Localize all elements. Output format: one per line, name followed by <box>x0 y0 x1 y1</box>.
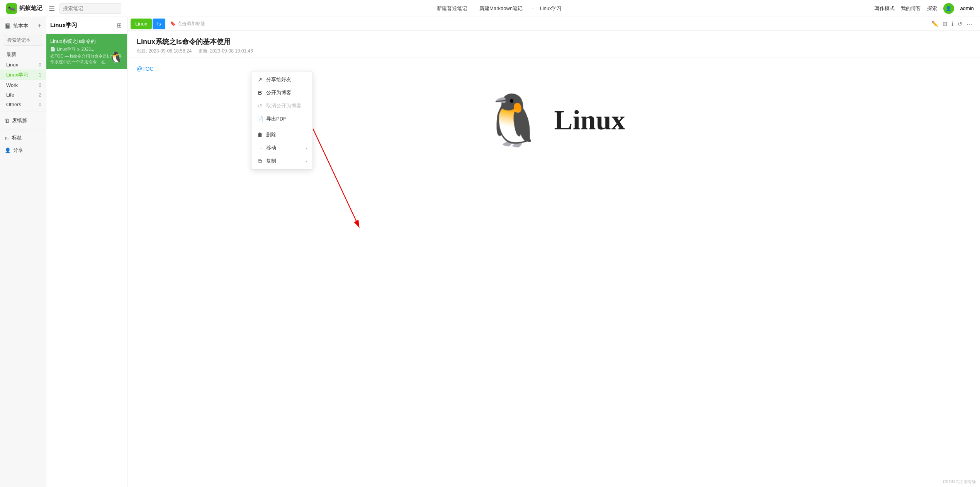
note-card-linux-icon: 🐧 <box>109 51 123 65</box>
note-content-header: Linux系统之ls命令的基本使用 创建: 2023-09-08 18:58:2… <box>127 31 980 58</box>
note-card-0[interactable]: Linux系统之ls命令的 📄 Linux学习 ⊙ 2023... @TOC —… <box>46 34 127 69</box>
context-menu-publish[interactable]: B 公开为博客 <box>251 86 313 99</box>
context-menu-publish-label: 公开为博客 <box>266 89 291 96</box>
sidebar-search-bar <box>0 32 46 49</box>
move-icon: → <box>257 145 263 151</box>
sidebar-item-linux[interactable]: Linux 0 <box>0 60 46 70</box>
created-label: 创建: 2023-09-08 18:58:24 <box>137 48 192 54</box>
context-menu-export-pdf[interactable]: 📄 导出PDF <box>251 112 313 126</box>
undo-icon-btn[interactable]: ↺ <box>958 20 963 27</box>
sidebar-item-linux-learning-count: 1 <box>39 72 41 78</box>
logo-icon: 🐜 <box>6 3 17 14</box>
topbar-divider: - <box>532 5 533 11</box>
columns-icon-btn[interactable]: ⊞ <box>943 20 948 27</box>
sidebar-item-others[interactable]: Others 0 <box>0 100 46 109</box>
move-arrow-icon: › <box>306 145 307 151</box>
tabs-bar: Linux ls 🔖 点击添加标签 ✏️ ⊞ ℹ ↺ ⋯ <box>127 17 980 31</box>
sidebar-item-work-count: 0 <box>39 83 41 88</box>
context-menu-unpublish-label: 取消公开为博客 <box>266 102 301 109</box>
topbar-right: 写作模式 我的博客 探索 👤 admin <box>875 3 974 14</box>
toc-link[interactable]: @TOC <box>137 66 154 72</box>
context-menu-delete[interactable]: 🗑 删除 <box>251 128 313 141</box>
tags-label: 标签 <box>12 134 22 141</box>
sidebar-search-input[interactable] <box>4 35 42 46</box>
sidebar-item-tags[interactable]: 🏷 标签 <box>0 132 46 144</box>
notebook-section-label: 笔本本 <box>13 22 28 29</box>
sidebar-item-share[interactable]: 👤 分享 <box>0 144 46 156</box>
updated-label: 更新: 2023-09-08 19:01:46 <box>198 48 253 54</box>
topbar: 🐜 蚂蚁笔记 ☰ 新建普通笔记 新建Markdown笔记 - Linux学习 写… <box>0 0 980 17</box>
context-menu-share[interactable]: ↗ 分享给好友 <box>251 73 313 86</box>
menu-icon[interactable]: ☰ <box>49 4 55 13</box>
tab-ls-label: ls <box>157 21 161 27</box>
context-menu: ↗ 分享给好友 B 公开为博客 ↺ 取消公开为博客 📄 导出PDF 🗑 删除 <box>251 71 313 170</box>
note-list-grid-btn[interactable]: ⊞ <box>115 21 123 30</box>
linux-big-text: Linux <box>554 104 625 136</box>
sidebar-item-linux-learning-label: Linux学习 <box>6 71 28 78</box>
note-meta: 创建: 2023-09-08 18:58:24 更新: 2023-09-08 1… <box>137 48 971 54</box>
note-list-header: Linux学习 ⊞ <box>46 17 127 34</box>
sidebar-item-life-label: Life <box>6 92 14 98</box>
context-menu-move[interactable]: → 移动 › <box>251 141 313 154</box>
sidebar-item-others-count: 0 <box>39 102 41 107</box>
sidebar-item-linux-count: 0 <box>39 62 41 68</box>
sidebar-item-others-label: Others <box>6 102 21 107</box>
tab-ls[interactable]: ls <box>153 19 165 29</box>
sidebar-item-work-label: Work <box>6 82 18 88</box>
tab-add-label: 🔖 点击添加标签 <box>170 20 205 27</box>
sidebar-item-work[interactable]: Work 0 <box>0 80 46 90</box>
topbar-center: 新建普通笔记 新建Markdown笔记 - Linux学习 <box>126 3 870 14</box>
tags-icon: 🏷 <box>5 135 10 141</box>
copy-icon: ⧉ <box>257 158 263 165</box>
main-layout: 📓 笔本本 + 最新 Linux 0 Linux学习 1 Work 0 Life… <box>0 17 980 487</box>
search-button[interactable]: 探索 <box>927 5 937 12</box>
export-pdf-icon: 📄 <box>257 116 263 122</box>
notebook-section-header[interactable]: 📓 笔本本 + <box>0 20 46 32</box>
context-menu-export-pdf-label: 导出PDF <box>266 115 286 122</box>
sidebar-item-latest[interactable]: 最新 <box>0 49 46 60</box>
note-list-panel: Linux学习 ⊞ Linux系统之ls命令的 📄 Linux学习 ⊙ 2023… <box>46 17 127 487</box>
write-mode-button[interactable]: 写作模式 <box>875 5 895 12</box>
my-blog-button[interactable]: 我的博客 <box>901 5 921 12</box>
tab-add-tag[interactable]: 🔖 点击添加标签 <box>166 19 209 29</box>
copy-arrow-icon: › <box>306 158 307 164</box>
tab-linux[interactable]: Linux <box>131 19 152 29</box>
context-menu-copy[interactable]: ⧉ 复制 › <box>251 154 313 168</box>
sidebar-item-life[interactable]: Life 2 <box>0 90 46 100</box>
share-label: 分享 <box>13 147 23 154</box>
sidebar-item-linux-label: Linux <box>6 62 18 68</box>
notebook-icon: 📓 <box>5 23 11 29</box>
content-area: Linux ls 🔖 点击添加标签 ✏️ ⊞ ℹ ↺ ⋯ Linux系统之ls命… <box>127 17 980 487</box>
sidebar-item-latest-label: 最新 <box>6 51 16 58</box>
avatar-icon: 👤 <box>946 6 951 11</box>
note-title: Linux系统之ls命令的基本使用 <box>137 37 971 46</box>
context-menu-delete-label: 删除 <box>266 131 276 138</box>
avatar[interactable]: 👤 <box>943 3 954 14</box>
sidebar-item-linux-learning[interactable]: Linux学习 1 <box>0 70 46 80</box>
note-list-title: Linux学习 <box>50 22 113 29</box>
publish-icon: B <box>257 90 263 96</box>
waste-icon: 🗑 <box>5 118 10 124</box>
new-normal-note-button[interactable]: 新建普通笔记 <box>434 3 470 14</box>
add-notebook-icon[interactable]: + <box>38 22 41 29</box>
delete-icon: 🗑 <box>257 132 263 138</box>
context-menu-share-label: 分享给好友 <box>266 76 291 83</box>
edit-icon-btn[interactable]: ✏️ <box>931 20 939 27</box>
search-input[interactable] <box>59 3 121 14</box>
sidebar-divider-2 <box>0 129 46 129</box>
username-label: admin <box>960 5 974 11</box>
editor-toolbar: ✏️ ⊞ ℹ ↺ ⋯ <box>931 20 977 27</box>
logo-text: 蚂蚁笔记 <box>19 5 42 12</box>
logo: 🐜 蚂蚁笔记 <box>6 3 42 14</box>
share-friend-icon: ↗ <box>257 76 263 83</box>
sidebar-item-life-count: 2 <box>39 92 41 98</box>
unpublish-icon: ↺ <box>257 103 263 109</box>
current-note-title: Linux学习 <box>540 5 562 12</box>
new-markdown-note-button[interactable]: 新建Markdown笔记 <box>476 3 526 14</box>
context-menu-copy-label: 复制 <box>266 158 276 165</box>
info-icon-btn[interactable]: ℹ <box>951 20 954 27</box>
more-icon-btn[interactable]: ⋯ <box>966 20 972 27</box>
context-menu-move-label: 移动 <box>266 144 276 151</box>
sidebar-item-waste[interactable]: 🗑 废纸篓 <box>0 114 46 127</box>
bottom-credit: CSDN ©江湖有缘 <box>943 479 976 485</box>
